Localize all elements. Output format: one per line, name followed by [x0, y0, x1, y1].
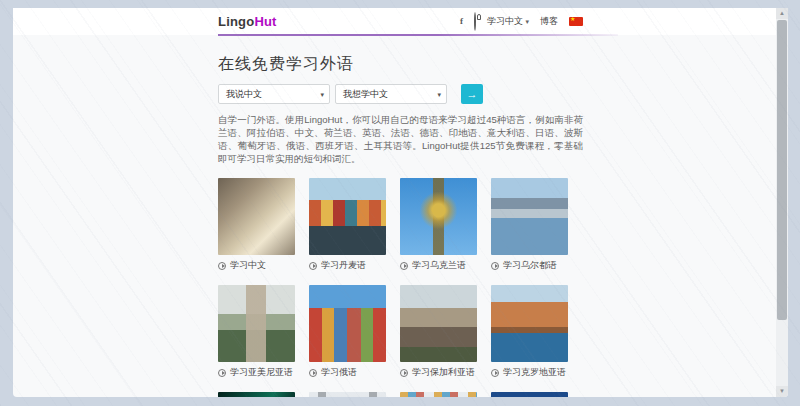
go-arrow-button[interactable]: → [461, 84, 483, 104]
target-language-select[interactable]: 我想学中文 ▾ [335, 84, 447, 104]
course-image-mountain-lake [491, 178, 568, 255]
course-image-kyiv-angel [400, 178, 477, 255]
play-icon [400, 262, 408, 270]
course-card-row3-2[interactable] [309, 392, 386, 397]
course-label: 学习克罗地亚语 [503, 366, 566, 379]
vertical-scrollbar[interactable]: ▲ ▼ [776, 8, 788, 397]
course-image-nyhavn [309, 178, 386, 255]
pinterest-icon[interactable] [474, 13, 476, 31]
course-image-belogradchik [400, 285, 477, 362]
course-image-aurora [218, 392, 295, 397]
native-language-value: 我说中文 [226, 89, 262, 99]
course-image-casa-batllo [400, 392, 477, 397]
course-image-monastery [218, 285, 295, 362]
logo-text-lingo: Lingo [218, 14, 254, 29]
course-image-dubrovnik [491, 285, 568, 362]
course-card-ukrainian[interactable]: 学习乌克兰语 [400, 178, 477, 272]
course-grid: 学习中文 学习丹麦语 学习乌克兰语 学习乌尔都语 学习亚美尼亚语 [218, 178, 583, 397]
blog-link[interactable]: 博客 [540, 15, 558, 28]
language-picker-form: 我说中文 ▾ 我想学中文 ▾ → [218, 84, 583, 104]
course-card-croatian[interactable]: 学习克罗地亚语 [491, 285, 568, 379]
play-icon [309, 262, 317, 270]
course-image-st-basils [309, 285, 386, 362]
course-card-bulgarian[interactable]: 学习保加利亚语 [400, 285, 477, 379]
course-image-parliament [491, 392, 568, 397]
intro-paragraph: 自学一门外语。使用LingoHut，你可以用自己的母语来学习超过45种语言，例如… [218, 113, 583, 165]
native-language-select[interactable]: 我说中文 ▾ [218, 84, 330, 104]
desktop-frame: LingoHut f 学习中文 ▾ 博客 在线免费学习外语 [0, 0, 800, 406]
course-label: 学习乌尔都语 [503, 259, 557, 272]
course-card-urdu[interactable]: 学习乌尔都语 [491, 178, 568, 272]
course-label: 学习丹麦语 [321, 259, 366, 272]
browser-viewport: LingoHut f 学习中文 ▾ 博客 在线免费学习外语 [13, 8, 788, 397]
header-container: LingoHut f 学习中文 ▾ 博客 [218, 8, 583, 35]
header-nav: f 学习中文 ▾ 博客 [449, 13, 583, 31]
play-icon [400, 369, 408, 377]
china-flag-icon[interactable] [569, 17, 583, 26]
course-label: 学习乌克兰语 [412, 259, 466, 272]
course-label: 学习亚美尼亚语 [230, 366, 293, 379]
course-card-chinese[interactable]: 学习中文 [218, 178, 295, 272]
course-card-row3-3[interactable] [400, 392, 477, 397]
play-icon [218, 369, 226, 377]
course-card-russian[interactable]: 学习俄语 [309, 285, 386, 379]
course-card-armenian[interactable]: 学习亚美尼亚语 [218, 285, 295, 379]
course-label: 学习俄语 [321, 366, 357, 379]
learn-language-menu[interactable]: 学习中文 ▾ [487, 15, 529, 28]
course-card-row3-4[interactable] [491, 392, 568, 397]
caret-down-icon: ▾ [320, 85, 324, 104]
play-icon [491, 369, 499, 377]
logo-text-hut: Hut [254, 14, 276, 29]
chevron-down-icon: ▾ [525, 18, 529, 25]
course-card-danish[interactable]: 学习丹麦语 [309, 178, 386, 272]
caret-down-icon: ▾ [437, 85, 441, 104]
play-icon [491, 262, 499, 270]
main-content: 在线免费学习外语 我说中文 ▾ 我想学中文 ▾ → 自学一门外语。使用Lingo… [218, 54, 583, 397]
course-label: 学习保加利亚语 [412, 366, 475, 379]
page-title: 在线免费学习外语 [218, 54, 583, 75]
scroll-down-icon[interactable]: ▼ [776, 386, 788, 397]
target-language-value: 我想学中文 [343, 89, 388, 99]
site-header: LingoHut f 学习中文 ▾ 博客 [13, 8, 788, 35]
course-label: 学习中文 [230, 259, 266, 272]
play-icon [218, 262, 226, 270]
course-image-great-wall [218, 178, 295, 255]
play-icon [309, 369, 317, 377]
facebook-icon[interactable]: f [460, 17, 463, 26]
learn-language-menu-label: 学习中文 [487, 16, 523, 26]
scroll-up-icon[interactable]: ▲ [776, 8, 788, 19]
course-card-row3-1[interactable] [218, 392, 295, 397]
course-image-dome [309, 392, 386, 397]
lingohut-logo[interactable]: LingoHut [218, 14, 277, 29]
scrollbar-thumb[interactable] [777, 20, 787, 320]
